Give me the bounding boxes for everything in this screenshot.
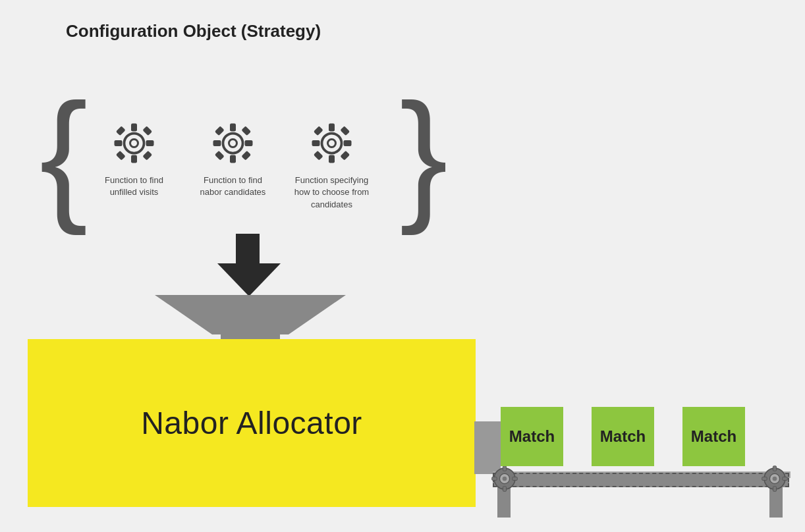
svg-rect-23 — [314, 126, 323, 136]
config-items-container: Function to find unfilled visits Functio… — [94, 99, 393, 211]
svg-rect-17 — [241, 151, 251, 161]
svg-rect-32 — [492, 477, 497, 480]
svg-rect-24 — [340, 126, 350, 136]
svg-rect-2 — [131, 155, 137, 163]
svg-rect-3 — [114, 140, 122, 146]
page-title: Configuration Object (Strategy) — [66, 21, 321, 41]
svg-rect-37 — [773, 466, 776, 471]
svg-rect-14 — [215, 126, 225, 136]
down-arrow-shaft — [236, 234, 260, 267]
conveyor-belt — [493, 473, 789, 487]
svg-rect-4 — [146, 140, 153, 146]
svg-rect-25 — [314, 151, 323, 161]
svg-rect-5 — [116, 126, 126, 136]
svg-rect-38 — [773, 487, 776, 492]
match-label-3: Match — [691, 427, 736, 446]
down-arrow-head — [217, 263, 281, 296]
config-item-3-label: Function specifying how to choose from c… — [292, 174, 371, 211]
svg-rect-15 — [241, 126, 251, 136]
config-item-3: Function specifying how to choose from c… — [292, 119, 371, 211]
allocator-label: Nabor Allocator — [141, 405, 362, 441]
svg-rect-6 — [142, 126, 152, 136]
svg-point-29 — [503, 477, 507, 481]
match-box-2: Match — [592, 407, 654, 466]
svg-rect-1 — [131, 124, 137, 132]
config-item-2-label: Function to find nabor candidates — [193, 174, 272, 198]
gear-icon-1 — [109, 119, 159, 168]
gear-icon-2 — [208, 119, 258, 168]
config-item-1-label: Function to find unfilled visits — [94, 174, 173, 198]
svg-rect-26 — [340, 151, 350, 161]
match-label-1: Match — [509, 427, 555, 446]
funnel-shape — [155, 295, 346, 334]
svg-rect-16 — [215, 151, 225, 161]
svg-point-18 — [327, 140, 335, 147]
svg-point-0 — [130, 140, 138, 147]
svg-rect-10 — [230, 124, 236, 132]
gear-icon-3 — [307, 119, 356, 168]
config-item-1: Function to find unfilled visits — [94, 119, 173, 198]
config-object-box: { Funct — [40, 53, 448, 257]
svg-rect-20 — [329, 155, 335, 163]
allocator-box: Nabor Allocator — [28, 339, 476, 507]
belt-gear-right-icon — [761, 465, 789, 492]
svg-point-36 — [773, 477, 777, 481]
svg-rect-33 — [513, 477, 518, 480]
diagram-container: Configuration Object (Strategy) { — [0, 0, 805, 532]
svg-rect-30 — [503, 466, 506, 471]
svg-rect-19 — [329, 124, 335, 132]
svg-rect-39 — [762, 477, 767, 480]
match-box-3: Match — [682, 407, 745, 466]
svg-rect-11 — [230, 155, 236, 163]
brace-left-icon: { — [40, 82, 88, 227]
config-item-2: Function to find nabor candidates — [193, 119, 272, 198]
svg-rect-40 — [783, 477, 788, 480]
svg-rect-22 — [343, 140, 351, 146]
svg-rect-7 — [116, 151, 126, 161]
svg-point-9 — [229, 140, 236, 147]
belt-gear-left-icon — [491, 465, 518, 492]
svg-rect-12 — [213, 140, 221, 146]
svg-rect-8 — [142, 151, 152, 161]
svg-rect-21 — [312, 140, 319, 146]
svg-rect-31 — [503, 487, 506, 492]
match-box-1: Match — [501, 407, 563, 466]
brace-right-icon: } — [400, 82, 448, 227]
svg-rect-13 — [244, 140, 252, 146]
match-label-2: Match — [600, 427, 646, 446]
